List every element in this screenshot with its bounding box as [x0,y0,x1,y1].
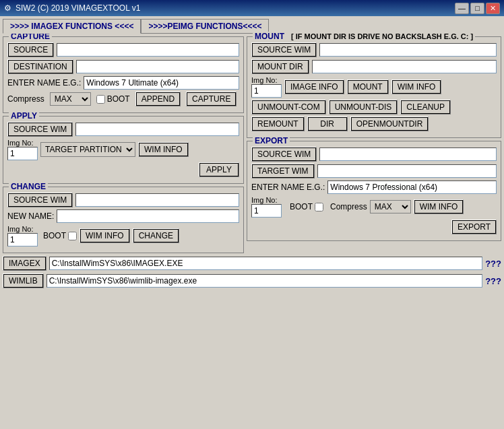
apply-wim-info-button[interactable]: WIM INFO [138,142,189,157]
cleanup-button[interactable]: CLEANUP [400,100,451,114]
tab-imagex[interactable]: >>>> IMAGEX FUNCTIONS <<<< [3,19,141,34]
mount-wim-info-button[interactable]: WIM INFO [391,79,442,94]
unmount-dis-button[interactable]: UNMOUNT-DIS [329,100,398,114]
tab-peimg[interactable]: >>>>PEIMG FUNCTIONS<<<< [141,19,269,34]
open-mount-dir-button[interactable]: OPENMOUNTDIR [350,117,429,131]
mount-group-label: MOUNT [ IF MOUNT DIR IS DRIVE NO BACKSLA… [253,32,475,41]
close-button[interactable]: ✕ [486,3,500,14]
image-info-button[interactable]: IMAGE INFO [284,79,344,94]
export-wim-info-button[interactable]: WIM INFO [414,199,464,214]
export-img-no-input[interactable] [251,204,282,218]
export-source-wim-button[interactable]: SOURCE WIM [251,147,317,162]
apply-group-label: APPLY [9,111,39,121]
apply-source-wim-button[interactable]: SOURCE WIM [7,122,73,137]
append-button[interactable]: APPEND [135,92,181,106]
boot-label: BOOT [107,94,130,104]
change-group-label: CHANGE [9,182,48,191]
export-boot-label: BOOT [290,202,313,211]
source-input[interactable] [57,43,239,57]
change-source-wim-button[interactable]: SOURCE WIM [7,193,73,207]
enter-name-label: ENTER NAME E.G.: [7,78,81,88]
imagex-qmarks[interactable]: ??? [485,259,501,269]
compress-label: Compress [7,94,44,104]
export-target-wim-button[interactable]: TARGET WIM [251,164,315,178]
imagex-path-input[interactable] [49,257,482,270]
change-source-wim-input[interactable] [75,193,239,207]
apply-img-no-input[interactable] [7,147,38,160]
mount-note: [ IF MOUNT DIR IS DRIVE NO BACKSLASH E.G… [291,32,473,40]
title-bar-title: SIW2 (C) 2019 VIMAGEXTOOL v1 [15,3,140,13]
change-img-no-label: Img No: [7,225,38,233]
minimize-button[interactable]: — [455,3,469,14]
export-compress-label: Compress [330,202,367,211]
destination-input[interactable] [76,60,239,73]
mount-source-wim-button[interactable]: SOURCE WIM [251,42,317,57]
mount-button[interactable]: MOUNT [347,79,389,94]
export-compress-select[interactable]: MAX FAST NONE [370,200,411,213]
compress-select[interactable]: MAX FAST NONE [50,92,91,106]
export-enter-name-input[interactable] [327,180,497,194]
export-img-no-label: Img No: [251,196,282,204]
wimlib-qmarks[interactable]: ??? [485,276,501,286]
imagex-button[interactable]: IMAGEX [3,256,46,271]
dir-button[interactable]: DIR [307,117,348,131]
mount-dir-input[interactable] [312,60,497,73]
change-boot-checkbox[interactable] [68,232,77,240]
change-img-no-input[interactable] [7,233,38,246]
target-partition-select[interactable]: TARGET PARTITION [40,142,135,157]
capture-group: CAPTURE SOURCE DESTINATION ENTER NAME E.… [3,36,244,113]
export-boot-checkbox[interactable] [315,203,323,211]
maximize-button[interactable]: □ [470,3,484,14]
mount-dir-button[interactable]: MOUNT DIR [251,59,309,74]
new-name-input[interactable] [57,209,239,223]
mount-group: MOUNT [ IF MOUNT DIR IS DRIVE NO BACKSLA… [247,36,501,138]
remount-button[interactable]: REMOUNT [251,117,305,131]
unmount-com-button[interactable]: UNMOUNT-COM [251,100,326,114]
apply-group: APPLY SOURCE WIM Img No: TARGET PARTITIO… [3,116,244,184]
capture-button[interactable]: CAPTURE [186,92,237,106]
title-bar-icon: ⚙ [4,3,11,13]
source-button[interactable]: SOURCE [7,42,54,57]
export-button[interactable]: EXPORT [451,220,497,234]
apply-source-wim-input[interactable] [75,123,239,136]
change-boot-label: BOOT [43,231,66,240]
mount-source-wim-input[interactable] [319,43,497,57]
export-group: EXPORT SOURCE WIM TARGET WIM ENTER NAME … [247,141,501,241]
new-name-label: NEW NAME: [7,211,54,221]
title-bar: ⚙ SIW2 (C) 2019 VIMAGEXTOOL v1 — □ ✕ [0,0,504,16]
wimlib-path-input[interactable] [46,274,483,288]
export-target-wim-input[interactable] [317,164,497,178]
export-enter-name-label: ENTER NAME E.G.: [251,183,325,192]
export-source-wim-input[interactable] [319,147,497,161]
change-wim-info-button[interactable]: WIM INFO [80,228,130,243]
boot-checkbox[interactable] [96,95,105,104]
mount-img-no-input[interactable] [251,84,282,98]
apply-img-no-label: Img No: [7,139,38,147]
apply-button[interactable]: APPLY [199,162,239,177]
export-group-label: EXPORT [253,136,290,145]
destination-button[interactable]: DESTINATION [7,59,73,74]
change-button[interactable]: CHANGE [133,228,179,243]
enter-name-input[interactable] [84,76,239,90]
wimlib-button[interactable]: WIMLIB [3,273,44,288]
change-group: CHANGE SOURCE WIM NEW NAME: Img No: [3,187,244,253]
mount-img-no-label: Img No: [251,76,282,84]
